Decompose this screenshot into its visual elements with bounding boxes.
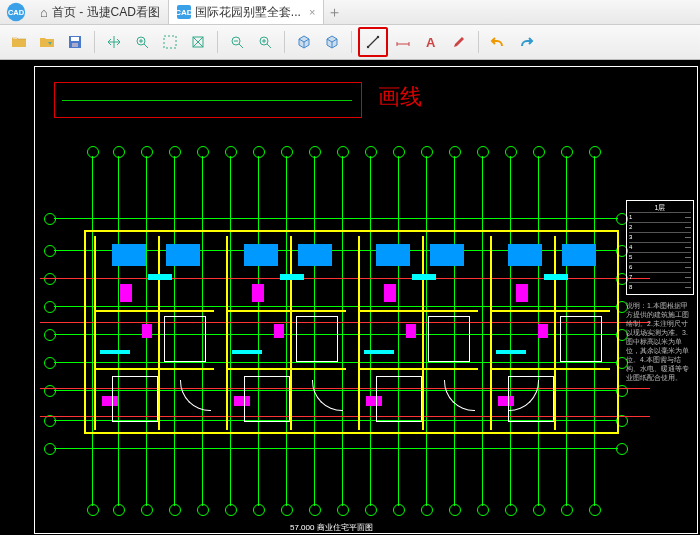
- grid-bubble: [253, 146, 265, 158]
- edit-button[interactable]: [446, 29, 472, 55]
- grid-bubble: [253, 504, 265, 516]
- tab-file-label: 国际花园别墅全套...: [195, 4, 301, 21]
- grid-bubble: [589, 146, 601, 158]
- grid-bubble: [113, 504, 125, 516]
- grid-bubble: [393, 504, 405, 516]
- grid-bubble: [337, 146, 349, 158]
- floor-plan: [84, 200, 619, 464]
- tab-file[interactable]: CAD 国际花园别墅全套... ×: [169, 0, 324, 24]
- grid-bubble: [281, 504, 293, 516]
- side-row: 4—: [629, 242, 691, 252]
- grid-bubble: [421, 504, 433, 516]
- grid-bubble: [113, 146, 125, 158]
- grid-bubble: [169, 504, 181, 516]
- 3d-view1-button[interactable]: [291, 29, 317, 55]
- drawing-title: 57.000 商业住宅平面图: [290, 522, 373, 533]
- app-icon: CAD: [4, 0, 28, 24]
- grid-bubble: [477, 504, 489, 516]
- undo-button[interactable]: [485, 29, 511, 55]
- grid-bubble: [449, 504, 461, 516]
- grid-bubble: [337, 504, 349, 516]
- toolbar: A: [0, 25, 700, 60]
- grid-bubble: [309, 146, 321, 158]
- grid-bubble: [505, 504, 517, 516]
- svg-rect-4: [72, 43, 78, 47]
- grid-bubble: [44, 443, 56, 455]
- svg-text:CAD: CAD: [8, 8, 25, 17]
- zoom-extents-button[interactable]: [129, 29, 155, 55]
- document-icon: CAD: [177, 5, 191, 19]
- grid-bubble: [225, 146, 237, 158]
- drawing-canvas[interactable]: 画线: [0, 60, 700, 535]
- grid-bubble: [169, 146, 181, 158]
- grid-bubble: [505, 146, 517, 158]
- grid-bubble: [365, 146, 377, 158]
- grid-bubble: [225, 504, 237, 516]
- fit-button[interactable]: [185, 29, 211, 55]
- side-row: 8—: [629, 282, 691, 292]
- side-row: 7—: [629, 272, 691, 282]
- redo-button[interactable]: [513, 29, 539, 55]
- open-button[interactable]: [6, 29, 32, 55]
- grid-bubble: [281, 146, 293, 158]
- svg-point-10: [367, 46, 369, 48]
- annotation-label: 画线: [378, 82, 422, 112]
- side-table-head: 1层: [629, 203, 691, 212]
- grid-bubble: [44, 385, 56, 397]
- svg-point-11: [377, 36, 379, 38]
- grid-bubble: [87, 146, 99, 158]
- save-button[interactable]: [62, 29, 88, 55]
- tab-home[interactable]: ⌂ 首页 - 迅捷CAD看图: [32, 0, 169, 24]
- grid-bubble: [44, 273, 56, 285]
- zoom-in-button[interactable]: [252, 29, 278, 55]
- svg-rect-6: [164, 36, 176, 48]
- dimension-button[interactable]: [390, 29, 416, 55]
- grid-bubble: [197, 146, 209, 158]
- svg-text:A: A: [426, 35, 436, 50]
- grid-bubble: [393, 146, 405, 158]
- 3d-view2-button[interactable]: [319, 29, 345, 55]
- grid-bubble: [309, 504, 321, 516]
- grid-bubble: [589, 504, 601, 516]
- grid-bubble: [421, 146, 433, 158]
- pan-button[interactable]: [101, 29, 127, 55]
- side-row: 1—: [629, 212, 691, 222]
- grid-bubble: [449, 146, 461, 158]
- grid-bubble: [533, 146, 545, 158]
- drawn-line: [62, 100, 352, 101]
- grid-bubble: [197, 504, 209, 516]
- grid-bubble: [44, 245, 56, 257]
- grid-bubble: [44, 301, 56, 313]
- grid-bubble: [561, 146, 573, 158]
- side-row: 6—: [629, 262, 691, 272]
- grid-bubble: [44, 213, 56, 225]
- close-icon[interactable]: ×: [309, 6, 315, 18]
- tab-add[interactable]: ＋: [324, 3, 344, 22]
- line-button[interactable]: [358, 27, 388, 57]
- side-notes: 说明：1.本图根据甲方提供的建筑施工图绘制。2.未注明尺寸以现场实测为准。3.图…: [626, 301, 694, 382]
- grid-bubble: [141, 146, 153, 158]
- side-row: 5—: [629, 252, 691, 262]
- side-row: 3—: [629, 232, 691, 242]
- grid-bubble: [44, 329, 56, 341]
- home-icon: ⌂: [40, 5, 48, 20]
- zoom-window-button[interactable]: [157, 29, 183, 55]
- text-button[interactable]: A: [418, 29, 444, 55]
- grid-bubble: [365, 504, 377, 516]
- side-row: 2—: [629, 222, 691, 232]
- grid-bubble: [87, 504, 99, 516]
- side-panel: 1层 1—2—3—4—5—6—7—8— 说明：1.本图根据甲方提供的建筑施工图绘…: [626, 200, 694, 520]
- grid-bubble: [141, 504, 153, 516]
- grid-bubble: [477, 146, 489, 158]
- svg-rect-3: [71, 37, 79, 41]
- tab-home-label: 首页 - 迅捷CAD看图: [52, 4, 160, 21]
- open2-button[interactable]: [34, 29, 60, 55]
- zoom-out-button[interactable]: [224, 29, 250, 55]
- grid-bubble: [533, 504, 545, 516]
- grid-bubble: [561, 504, 573, 516]
- grid-bubble: [44, 357, 56, 369]
